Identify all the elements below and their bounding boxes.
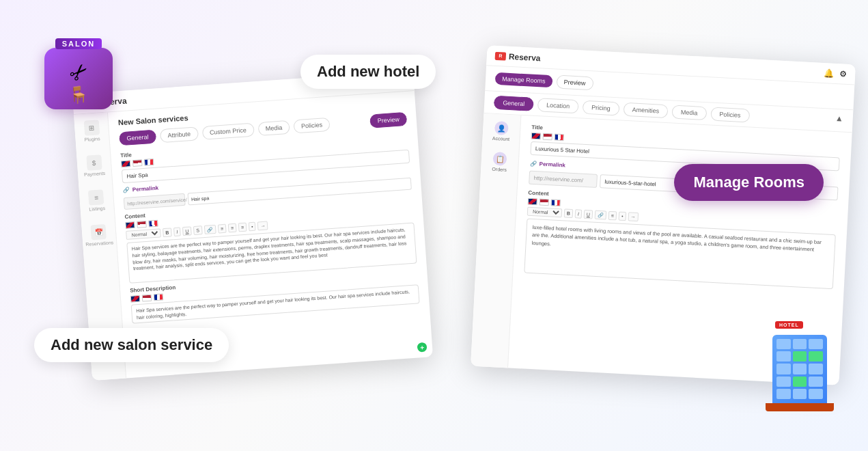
hotel-link-btn[interactable]: 🔗 — [595, 210, 607, 220]
sidebar-item-plugins[interactable]: ⊞ Plugins — [83, 120, 100, 142]
indent-btn[interactable]: → — [257, 221, 268, 230]
format-select[interactable]: Normal — [126, 228, 161, 240]
hotel-italic-btn[interactable]: I — [575, 209, 583, 219]
hotel-window-1 — [776, 339, 791, 349]
list-btn[interactable]: • — [249, 222, 256, 232]
hotel-bold-btn[interactable]: B — [564, 208, 574, 218]
hotel-3d-icon: HOTEL — [766, 321, 841, 410]
short-desc-flag-uk — [130, 295, 141, 303]
preview-btn[interactable]: Preview — [556, 75, 593, 91]
hotel-link-icon: 🔗 — [529, 161, 536, 167]
sidebar-label-reservations: Reservations — [85, 240, 113, 247]
tab-general[interactable]: General — [119, 130, 156, 146]
salon-icon-background: SALON ✂ 🪑 — [44, 48, 113, 109]
hotel-tab-pricing[interactable]: Pricing — [583, 100, 619, 116]
hotel-window-15 — [809, 389, 823, 399]
hotel-window-6 — [809, 351, 823, 361]
hotel-flag-fr — [555, 134, 565, 141]
tab-policies[interactable]: Policies — [293, 118, 330, 134]
listings-icon: ≡ — [88, 189, 104, 205]
sidebar-item-payments[interactable]: $ Payments — [83, 154, 105, 177]
manage-rooms-btn[interactable]: Manage Rooms — [495, 72, 552, 87]
hotel-tab-policies[interactable]: Policies — [710, 107, 750, 122]
hotel-list-btn[interactable]: • — [619, 212, 626, 221]
add-button[interactable] — [417, 342, 428, 353]
hotel-window-7 — [776, 364, 791, 374]
hotel-tab-amenities[interactable]: Amenities — [623, 102, 668, 118]
scissors-icon: ✂ — [63, 57, 94, 88]
tab-preview[interactable]: Preview — [369, 112, 407, 128]
short-desc-flag-fr — [154, 293, 164, 301]
hotel-header-right: 🔔 ⚙ — [824, 68, 848, 79]
hotel-indent-btn[interactable]: → — [628, 212, 639, 221]
short-desc-flag-us — [142, 295, 152, 302]
hotel-reserva-logo: R Reserva — [495, 51, 541, 62]
sidebar-item-orders[interactable]: 📋 Orders — [492, 152, 507, 172]
flag-us — [132, 159, 143, 167]
hotel-content-flag-fr — [550, 199, 561, 206]
hotel-icon-background: HOTEL — [766, 321, 834, 403]
hotel-logo-icon: R — [495, 51, 507, 60]
hotel-content-flag-us — [540, 198, 550, 206]
hotel-window-14 — [793, 389, 807, 399]
hotel-manage-buttons: Manage Rooms Preview — [495, 72, 593, 90]
hotel-gear-icon: ⚙ — [839, 69, 848, 79]
strikethrough-btn[interactable]: S — [193, 226, 203, 235]
flag-uk — [121, 160, 131, 167]
hotel-flag-uk — [531, 133, 542, 140]
sidebar-item-reservations[interactable]: 📅 Reservations — [84, 223, 113, 247]
salon-3d-icon: SALON ✂ 🪑 — [41, 41, 116, 116]
hotel-bell-icon: 🔔 — [824, 68, 835, 79]
hotel-window-4 — [776, 351, 791, 361]
hotel-tab-location[interactable]: Location — [537, 98, 579, 113]
hotel-window-2 — [793, 339, 807, 349]
hotel-align-btn[interactable]: ≡ — [608, 211, 617, 221]
hotel-logo-text: Reserva — [508, 51, 540, 62]
content-flag-fr — [148, 220, 158, 228]
hotel-building-base — [766, 403, 834, 411]
chevron-up-icon: ▲ — [835, 113, 843, 128]
hotel-content-flag-uk — [528, 198, 538, 206]
orders-icon: 📋 — [492, 152, 507, 166]
align-right-btn[interactable]: ≡ — [238, 223, 247, 232]
flag-fr — [144, 159, 154, 166]
underline-btn[interactable]: U — [182, 226, 192, 236]
sidebar-item-account[interactable]: 👤 Account — [492, 121, 511, 141]
italic-btn[interactable]: I — [173, 227, 181, 236]
link-btn[interactable]: 🔗 — [204, 225, 216, 234]
tab-media[interactable]: Media — [257, 120, 290, 136]
sidebar-label-listings: Listings — [89, 206, 105, 212]
permalink-base: http://reservine.com/service/ — [124, 193, 186, 210]
sidebar-label-payments: Payments — [84, 171, 106, 177]
account-label: Account — [492, 136, 510, 141]
hotel-flag-us — [543, 133, 553, 141]
hotel-callout-text: Add new hotel — [317, 63, 419, 80]
reservations-icon: 📅 — [91, 224, 107, 240]
hotel-window-13 — [776, 389, 791, 399]
hotel-tab-media[interactable]: Media — [672, 105, 707, 120]
hotel-window-12 — [809, 377, 823, 387]
orders-label: Orders — [492, 167, 507, 172]
hotel-window-11 — [793, 377, 807, 387]
payments-icon: $ — [86, 154, 102, 170]
hotel-window-10 — [776, 377, 791, 387]
content-flag-us — [137, 221, 147, 228]
hotel-tab-general[interactable]: General — [494, 96, 534, 111]
sidebar-label-plugins: Plugins — [84, 136, 100, 142]
tab-custom-price[interactable]: Custom Price — [201, 123, 254, 140]
hotel-building — [772, 335, 827, 403]
align-left-btn[interactable]: ≡ — [218, 224, 227, 234]
sidebar-item-listings[interactable]: ≡ Listings — [87, 189, 105, 212]
salon-label-tag: SALON — [55, 38, 102, 49]
plugins-icon: ⊞ — [83, 120, 99, 135]
align-center-btn[interactable]: ≡ — [228, 223, 237, 233]
bold-btn[interactable]: B — [163, 228, 172, 237]
chair-icon: 🪑 — [68, 85, 89, 105]
hotel-label-tag: HOTEL — [775, 321, 803, 329]
hotel-window-3 — [809, 339, 823, 349]
tab-attribute[interactable]: Attribute — [160, 126, 199, 143]
hotel-underline-btn[interactable]: U — [584, 210, 593, 219]
hotel-format-select[interactable]: Normal — [527, 207, 563, 218]
salon-callout-bubble: Add new salon service — [34, 328, 229, 362]
content-flag-uk — [125, 221, 135, 229]
